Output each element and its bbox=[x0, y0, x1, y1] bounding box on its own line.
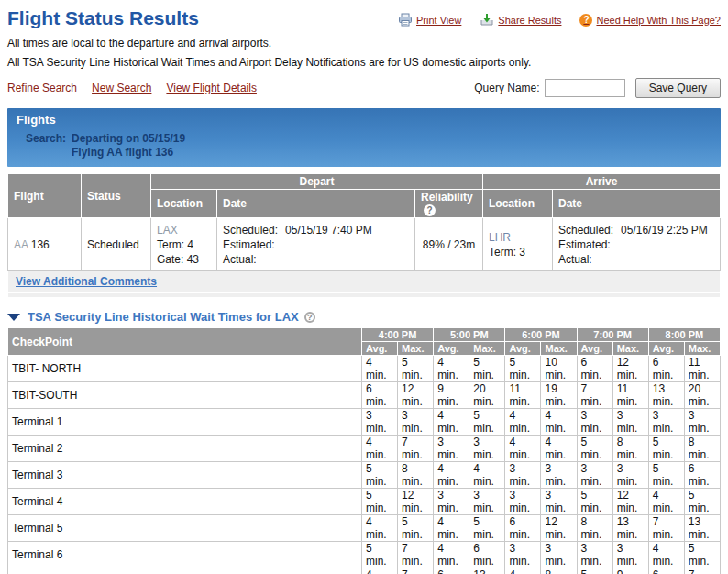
wait-time-cell: 8 min. bbox=[577, 515, 612, 542]
checkpoint-name: TBIT- NORTH bbox=[8, 356, 362, 382]
tsa-checkpoint-row: Terminal 35 min.8 min.4 min.4 min.3 min.… bbox=[8, 462, 721, 489]
wait-time-cell: 13 min. bbox=[648, 382, 684, 409]
flights-panel-title: Flights bbox=[17, 113, 711, 127]
wait-time-cell: 4 min. bbox=[648, 542, 684, 568]
comments-row: View Additional Comments bbox=[8, 271, 721, 293]
depart-date-cell: Scheduled:05/15/19 7:40 PM Estimated: Ac… bbox=[217, 218, 415, 271]
tsa-time-header: 6:00 PM bbox=[505, 328, 577, 342]
wait-time-cell: 6 min. bbox=[469, 542, 505, 568]
tsa-avg-header: Avg. bbox=[505, 342, 541, 356]
tsa-time-header: 5:00 PM bbox=[434, 328, 505, 342]
wait-time-cell: 12 min. bbox=[612, 489, 648, 515]
new-search-link[interactable]: New Search bbox=[92, 82, 151, 94]
checkpoint-name: Terminal 1 bbox=[8, 409, 362, 436]
arrive-location-cell: LHR Term: 3 bbox=[483, 218, 553, 271]
tsa-checkpoint-row: Terminal 45 min.12 min.3 min.3 min.3 min… bbox=[8, 489, 721, 515]
depart-scheduled-line: Scheduled:05/15/19 7:40 PM bbox=[223, 223, 409, 237]
query-name-label: Query Name: bbox=[474, 82, 539, 94]
wait-time-cell: 3 min. bbox=[612, 409, 648, 436]
wait-time-cell: 8 min. bbox=[398, 462, 434, 489]
wait-time-cell: 5 min. bbox=[577, 568, 612, 574]
tsa-time-header: 8:00 PM bbox=[648, 328, 720, 342]
note-local-times: All times are local to the departure and… bbox=[7, 37, 721, 50]
share-results-label: Share Results bbox=[498, 15, 561, 26]
status-column-header: Status bbox=[82, 174, 151, 218]
tsa-max-header: Max. bbox=[684, 342, 720, 356]
tsa-checkpoint-row: Terminal 54 min.5 min.4 min.5 min.6 min.… bbox=[8, 515, 721, 542]
arrive-airport-link[interactable]: LHR bbox=[489, 230, 546, 245]
tsa-max-header: Max. bbox=[541, 342, 577, 356]
wait-time-cell: 7 min. bbox=[648, 515, 684, 542]
depart-date-header: Date bbox=[217, 190, 415, 218]
view-additional-comments-link[interactable]: View Additional Comments bbox=[16, 275, 157, 288]
wait-time-cell: 4 min. bbox=[434, 409, 469, 436]
print-view-link[interactable]: Print View bbox=[398, 13, 461, 27]
tsa-section-header[interactable]: TSA Security Line Historical Wait Times … bbox=[7, 310, 721, 324]
save-query-button[interactable]: Save Query bbox=[635, 78, 721, 98]
wait-time-cell: 3 min. bbox=[577, 542, 612, 568]
toolbar: Refine Search New Search View Flight Det… bbox=[7, 78, 721, 98]
wait-time-cell: 3 min. bbox=[612, 462, 648, 489]
wait-time-cell: 5 min. bbox=[577, 436, 612, 462]
wait-time-cell: 3 min. bbox=[541, 489, 577, 515]
wait-time-cell: 7 min. bbox=[577, 382, 612, 409]
tsa-avg-header: Avg. bbox=[648, 342, 684, 356]
checkpoint-column-header: CheckPoint bbox=[8, 328, 362, 356]
wait-time-cell: 3 min. bbox=[505, 462, 541, 489]
wait-time-cell: 5 min. bbox=[577, 489, 612, 515]
need-help-link[interactable]: ? Need Help With This Page? bbox=[579, 14, 721, 27]
checkpoint-name: Terminal 2 bbox=[8, 436, 362, 462]
wait-time-cell: 3 min. bbox=[577, 409, 612, 436]
reliability-header-label: Reliability bbox=[421, 191, 473, 204]
wait-time-cell: 6 min. bbox=[648, 568, 684, 574]
wait-time-cell: 4 min. bbox=[434, 356, 469, 382]
arrive-estimated-label: Estimated: bbox=[558, 237, 714, 252]
depart-airport-link[interactable]: LAX bbox=[157, 223, 211, 237]
query-name-input[interactable] bbox=[545, 79, 625, 97]
wait-time-cell: 3 min. bbox=[434, 436, 469, 462]
tsa-avg-header: Avg. bbox=[577, 342, 612, 356]
wait-time-cell: 4 min. bbox=[362, 568, 398, 574]
wait-time-cell: 10 min. bbox=[541, 356, 577, 382]
wait-time-cell: 4 min. bbox=[434, 542, 469, 568]
page-title: Flight Status Results bbox=[7, 7, 398, 29]
wait-time-cell: 4 min. bbox=[541, 436, 577, 462]
tsa-checkpoint-row: Terminal 74 min.7 min.6 min.13 min.4 min… bbox=[8, 568, 721, 574]
arrive-date-cell: Scheduled:05/16/19 2:25 PM Estimated: Ac… bbox=[553, 218, 721, 271]
wait-time-cell: 13 min. bbox=[612, 515, 648, 542]
checkpoint-name: Terminal 5 bbox=[8, 515, 362, 542]
refine-search-link[interactable]: Refine Search bbox=[7, 82, 77, 94]
wait-time-cell: 4 min. bbox=[505, 568, 541, 574]
wait-time-cell: 6 min. bbox=[362, 382, 398, 409]
wait-time-cell: 4 min. bbox=[469, 462, 505, 489]
search-label: Search: bbox=[26, 132, 66, 160]
tsa-max-header: Max. bbox=[612, 342, 648, 356]
wait-time-cell: 6 min. bbox=[505, 515, 541, 542]
wait-time-cell: 3 min. bbox=[469, 489, 505, 515]
need-help-label: Need Help With This Page? bbox=[596, 15, 721, 26]
wait-time-cell: 5 min. bbox=[362, 462, 398, 489]
wait-time-cell: 3 min. bbox=[612, 542, 648, 568]
wait-time-cell: 8 min. bbox=[612, 436, 648, 462]
depart-gate: Gate: 43 bbox=[157, 252, 211, 267]
wait-time-cell: 4 min. bbox=[362, 356, 398, 382]
query-area: Query Name: Save Query bbox=[474, 78, 721, 98]
share-results-link[interactable]: Share Results bbox=[480, 13, 561, 27]
printer-icon bbox=[398, 13, 413, 27]
wait-time-cell: 3 min. bbox=[505, 489, 541, 515]
view-flight-details-link[interactable]: View Flight Details bbox=[166, 82, 256, 94]
tsa-section-title: TSA Security Line Historical Wait Times … bbox=[28, 310, 299, 324]
reliability-help-icon[interactable]: ? bbox=[424, 204, 436, 216]
checkpoint-name: Terminal 4 bbox=[8, 489, 362, 515]
wait-time-cell: 3 min. bbox=[648, 409, 684, 436]
tsa-checkpoint-row: TBIT-SOUTH6 min.12 min.9 min.20 min.11 m… bbox=[8, 382, 721, 409]
wait-time-cell: 3 min. bbox=[398, 409, 434, 436]
tsa-help-icon[interactable]: ? bbox=[304, 312, 315, 323]
wait-time-cell: 11 min. bbox=[612, 382, 648, 409]
wait-time-cell: 5 min. bbox=[469, 409, 505, 436]
wait-time-cell: 8 min. bbox=[684, 436, 720, 462]
wait-time-cell: 6 min. bbox=[577, 356, 612, 382]
wait-time-cell: 3 min. bbox=[469, 436, 505, 462]
depart-scheduled-label: Scheduled: bbox=[223, 224, 278, 237]
wait-time-cell: 4 min. bbox=[648, 489, 684, 515]
